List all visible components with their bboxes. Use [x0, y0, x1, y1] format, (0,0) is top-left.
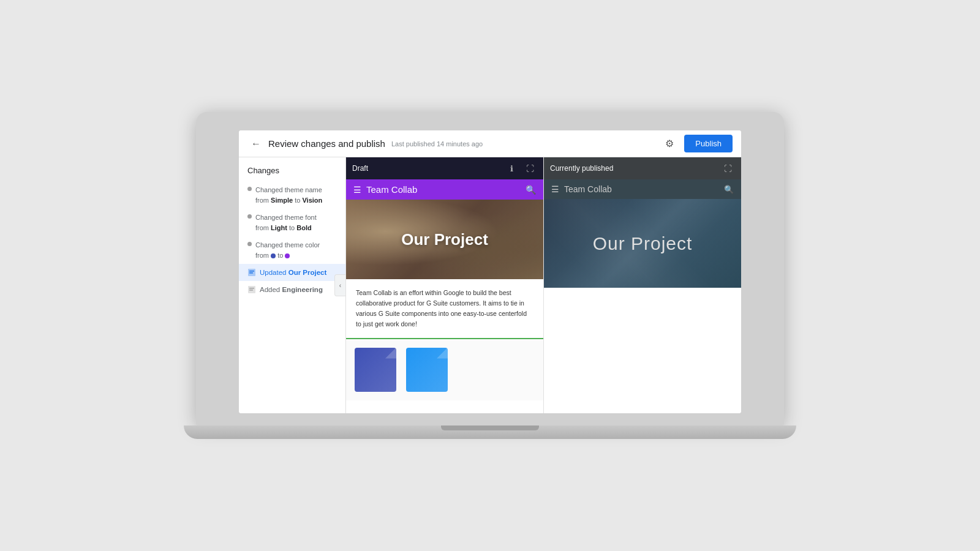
- from-value-1: Simple: [271, 197, 293, 204]
- published-hero-title: Our Project: [593, 233, 693, 254]
- app-ui: ← Review changes and publish Last publis…: [239, 130, 741, 413]
- main-area: Changes Changed theme name from Simple t…: [239, 157, 741, 413]
- draft-site-header: ☰ Team Collab 🔍: [346, 179, 543, 200]
- from-value-2: Light: [271, 224, 287, 231]
- changes-title: Changes: [239, 166, 345, 181]
- hamburger-icon: ☰: [353, 185, 361, 195]
- change-item-theme-color: Changed theme color from to: [239, 236, 345, 264]
- to-label-2: to: [289, 224, 296, 231]
- from-label-3: from: [255, 252, 271, 259]
- from-color-dot: [271, 253, 276, 258]
- published-search-icon[interactable]: 🔍: [724, 185, 734, 194]
- draft-hero-title: Our Project: [401, 230, 488, 249]
- draft-site-title: Team Collab: [366, 184, 521, 195]
- draft-files: [346, 339, 543, 400]
- published-panel: Currently published ⛶ ☰ Team Collab: [544, 157, 741, 413]
- preview-area: Draft ℹ ⛶ ☰: [346, 157, 741, 413]
- change-text-1: Changed theme name from Simple to Vision: [255, 185, 337, 205]
- page-item-label-2: Added Engineering: [260, 286, 323, 293]
- svg-rect-2: [249, 272, 253, 274]
- back-button[interactable]: ←: [247, 135, 265, 152]
- to-value-1: Vision: [302, 197, 322, 204]
- published-hero: Our Project: [544, 199, 741, 288]
- change-bullet-1: [247, 187, 252, 191]
- svg-rect-5: [249, 290, 253, 291]
- publish-button[interactable]: Publish: [684, 135, 733, 152]
- collapse-icon: ‹: [339, 282, 341, 289]
- last-published-subtitle: Last published 14 minutes ago: [391, 140, 483, 148]
- info-icon: ℹ: [510, 164, 513, 173]
- svg-rect-4: [249, 288, 254, 289]
- from-label-1: from: [255, 197, 271, 204]
- back-arrow-icon: ←: [251, 138, 261, 149]
- from-label-2: from: [255, 224, 271, 231]
- draft-panel: Draft ℹ ⛶ ☰: [346, 157, 544, 413]
- settings-button[interactable]: ⚙: [660, 134, 679, 154]
- draft-info-button[interactable]: ℹ: [504, 161, 519, 176]
- published-expand-icon: ⛶: [724, 164, 732, 173]
- file-card-1[interactable]: [355, 348, 396, 392]
- gear-icon: ⚙: [665, 138, 674, 149]
- page-title: Review changes and publish: [268, 138, 385, 149]
- page-icon-2: [247, 285, 256, 294]
- draft-content: ☰ Team Collab 🔍 Our Project: [346, 179, 543, 413]
- change-bullet-3: [247, 242, 252, 246]
- page-icon-1: [247, 268, 256, 277]
- laptop-shell: ← Review changes and publish Last publis…: [196, 112, 784, 438]
- top-bar: ← Review changes and publish Last publis…: [239, 130, 741, 157]
- published-panel-label: Currently published: [550, 164, 717, 173]
- changes-sidebar: Changes Changed theme name from Simple t…: [239, 157, 346, 413]
- draft-panel-label: Draft: [352, 164, 500, 173]
- screen-bezel: ← Review changes and publish Last publis…: [196, 112, 784, 425]
- to-value-2: Bold: [296, 224, 311, 231]
- published-panel-header: Currently published ⛶: [544, 157, 741, 179]
- to-color-dot: [285, 253, 290, 258]
- change-text-2: Changed theme font from Light to Bold: [255, 212, 337, 233]
- svg-rect-1: [249, 271, 254, 272]
- page-item-our-project[interactable]: Updated Our Project: [239, 264, 345, 281]
- published-body: [544, 288, 741, 312]
- draft-panel-header: Draft ℹ ⛶: [346, 157, 543, 179]
- laptop-screen: ← Review changes and publish Last publis…: [239, 130, 741, 413]
- published-site-header: ☰ Team Collab 🔍: [544, 179, 741, 199]
- draft-hero: Our Project: [346, 200, 543, 279]
- to-label-3: to: [277, 252, 285, 259]
- file-card-2[interactable]: [406, 348, 448, 392]
- draft-description: Team Collab is an effort within Google t…: [346, 279, 543, 339]
- change-bullet-2: [247, 214, 252, 219]
- page-item-label-1: Updated Our Project: [260, 269, 326, 276]
- published-expand-button[interactable]: ⛶: [720, 161, 735, 176]
- change-item-theme-font: Changed theme font from Light to Bold: [239, 209, 345, 236]
- published-site-title: Team Collab: [564, 184, 719, 194]
- change-text-3: Changed theme color from to: [255, 240, 337, 260]
- published-content: ☰ Team Collab 🔍 Our Project: [544, 179, 741, 413]
- published-hamburger-icon: ☰: [551, 184, 559, 194]
- draft-search-icon[interactable]: 🔍: [526, 185, 536, 195]
- draft-expand-button[interactable]: ⛶: [522, 161, 537, 176]
- to-label-1: to: [295, 197, 302, 204]
- expand-icon: ⛶: [526, 164, 534, 173]
- laptop-base: [184, 425, 796, 439]
- change-item-theme-name: Changed theme name from Simple to Vision: [239, 181, 345, 209]
- sidebar-collapse-button[interactable]: ‹: [334, 274, 345, 296]
- page-item-engineering[interactable]: Added Engineering: [239, 281, 345, 298]
